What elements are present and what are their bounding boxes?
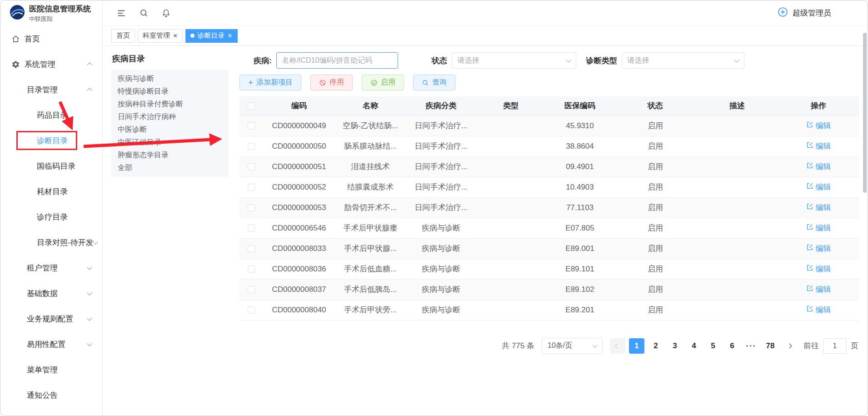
chevron-up-icon: [87, 88, 92, 93]
sidebar-item-8[interactable]: 目录对照-待开发: [0, 230, 102, 255]
row-checkbox[interactable]: [248, 184, 255, 191]
cell-desc: [696, 300, 778, 320]
cell-status: 启用: [614, 238, 696, 259]
row-checkbox[interactable]: [248, 122, 255, 130]
close-icon[interactable]: ×: [227, 32, 232, 40]
app-title: 医院信息管理系统: [29, 4, 91, 14]
catalog-item-0[interactable]: 疾病与诊断: [111, 72, 229, 85]
pagination-page-6[interactable]: 6: [724, 338, 740, 354]
edit-button[interactable]: 编辑: [806, 305, 831, 315]
catalog-item-2[interactable]: 按病种目录付费诊断: [111, 98, 229, 110]
filter-row: 疾病: 状态 请选择 诊断类型 请选择: [239, 52, 858, 69]
goto-label: 前往: [803, 341, 819, 351]
edit-button[interactable]: 编辑: [806, 202, 831, 213]
sidebar-item-10[interactable]: 基础数据: [0, 281, 102, 306]
sidebar-item-12[interactable]: 易用性配置: [0, 331, 102, 357]
catalog-item-4[interactable]: 中医诊断: [111, 123, 229, 136]
catalog-item-6[interactable]: 肿瘤形态学目录: [111, 149, 229, 161]
edit-button[interactable]: 编辑: [806, 223, 831, 233]
catalog-item-1[interactable]: 特慢病诊断目录: [111, 85, 229, 98]
edit-button[interactable]: 编辑: [806, 264, 831, 274]
sidebar-item-7[interactable]: 诊疗目录: [0, 204, 102, 230]
pagination-page-5[interactable]: 5: [705, 338, 721, 354]
disease-search-input[interactable]: [276, 52, 398, 69]
sidebar-item-13[interactable]: 菜单管理: [0, 357, 102, 382]
sidebar-item-3[interactable]: 药品目录: [0, 102, 102, 128]
sidebar-item-14[interactable]: 通知公告: [0, 382, 102, 408]
disable-button[interactable]: 停用: [310, 75, 353, 90]
edit-button[interactable]: 编辑: [806, 120, 831, 131]
tab-label: 首页: [116, 31, 130, 40]
edit-button[interactable]: 编辑: [806, 243, 831, 254]
sidebar-item-2[interactable]: 目录管理: [0, 77, 102, 102]
cell-insurance-code: E89.101: [545, 259, 614, 279]
pagination-next-button[interactable]: [782, 338, 797, 354]
edit-button[interactable]: 编辑: [806, 182, 831, 192]
cell-name: 手术后低胰岛...: [335, 279, 406, 300]
row-checkbox[interactable]: [248, 266, 255, 273]
cell-insurance-code: 45.9310: [545, 115, 614, 136]
select-all-checkbox[interactable]: [248, 102, 255, 110]
edit-button[interactable]: 编辑: [806, 141, 831, 151]
tab-2[interactable]: 诊断目录×: [185, 29, 237, 43]
sidebar-item-0[interactable]: 首页: [0, 26, 102, 51]
pagination-page-4[interactable]: 4: [686, 338, 702, 354]
sidebar-item-9[interactable]: 租户管理: [0, 255, 102, 281]
row-checkbox[interactable]: [248, 245, 255, 252]
bell-icon[interactable]: [161, 8, 171, 18]
chevron-left-icon: [615, 343, 620, 348]
tab-0[interactable]: 首页: [111, 29, 135, 43]
edit-button[interactable]: 编辑: [806, 161, 831, 172]
scrollbar[interactable]: [863, 26, 867, 411]
row-checkbox[interactable]: [248, 306, 255, 314]
cell-type: [476, 156, 545, 177]
pagination-page-3[interactable]: 3: [667, 338, 683, 354]
pagination-page-1[interactable]: 1: [629, 338, 644, 354]
sidebar-item-11[interactable]: 业务规则配置: [0, 306, 102, 331]
enable-button[interactable]: 启用: [362, 75, 404, 90]
catalog-item-7[interactable]: 全部: [111, 161, 229, 174]
sidebar-item-label: 菜单管理: [27, 365, 58, 375]
page-size-select[interactable]: 10条/页: [542, 338, 603, 354]
add-item-button[interactable]: + 添加新项目: [239, 75, 301, 90]
edit-icon: [806, 203, 813, 212]
column-header-0: 编码: [263, 96, 335, 115]
close-icon[interactable]: ×: [173, 32, 178, 40]
user-menu[interactable]: 超级管理员: [777, 6, 831, 20]
row-checkbox[interactable]: [248, 225, 255, 232]
pagination-prev-button[interactable]: [610, 338, 625, 354]
sidebar-item-5[interactable]: 国临码目录: [0, 153, 102, 179]
sidebar-item-4[interactable]: 诊断目录: [0, 128, 102, 153]
hamburger-icon[interactable]: [116, 8, 126, 18]
goto-page-input[interactable]: [823, 338, 847, 354]
cell-code: CD0000008036: [263, 259, 335, 279]
row-checkbox[interactable]: [248, 286, 255, 293]
row-checkbox[interactable]: [248, 163, 255, 170]
search-icon[interactable]: [139, 8, 149, 18]
edit-icon: [806, 121, 813, 130]
cell-name: 肠系膜动脉结...: [335, 136, 406, 156]
pagination-page-2[interactable]: 2: [648, 338, 663, 354]
content-area: 疾病目录 疾病与诊断特慢病诊断目录按病种目录付费诊断日间手术治疗病种中医诊断中医…: [103, 46, 868, 416]
sidebar-item-label: 耗材目录: [37, 186, 68, 197]
edit-button[interactable]: 编辑: [806, 284, 831, 295]
row-checkbox[interactable]: [248, 204, 255, 211]
cell-name: 手术后甲状腺瘘: [335, 218, 406, 238]
row-checkbox[interactable]: [248, 143, 255, 150]
disease-filter-label: 疾病:: [254, 55, 272, 66]
pagination-more[interactable]: ···: [743, 338, 759, 354]
catalog-item-5[interactable]: 中医证候目录: [111, 136, 229, 149]
edit-icon: [806, 285, 813, 294]
pagination-page-78[interactable]: 78: [763, 338, 778, 354]
sidebar: 医院信息管理系统 中联医院 首页系统管理目录管理药品目录诊断目录国临码目录耗材目…: [0, 0, 103, 416]
gear-icon: [11, 60, 20, 69]
catalog-panel: 疾病目录 疾病与诊断特慢病诊断目录按病种目录付费诊断日间手术治疗病种中医诊断中医…: [111, 52, 229, 416]
sidebar-item-6[interactable]: 耗材目录: [0, 179, 102, 204]
tab-1[interactable]: 科室管理×: [138, 29, 183, 43]
status-select[interactable]: 请选择: [452, 52, 576, 69]
catalog-item-3[interactable]: 日间手术治疗病种: [111, 110, 229, 123]
scrollbar-thumb[interactable]: [863, 33, 867, 193]
sidebar-item-1[interactable]: 系统管理: [0, 51, 102, 77]
diagnosis-type-select[interactable]: 请选择: [622, 52, 744, 69]
query-button[interactable]: 查询: [413, 75, 455, 90]
